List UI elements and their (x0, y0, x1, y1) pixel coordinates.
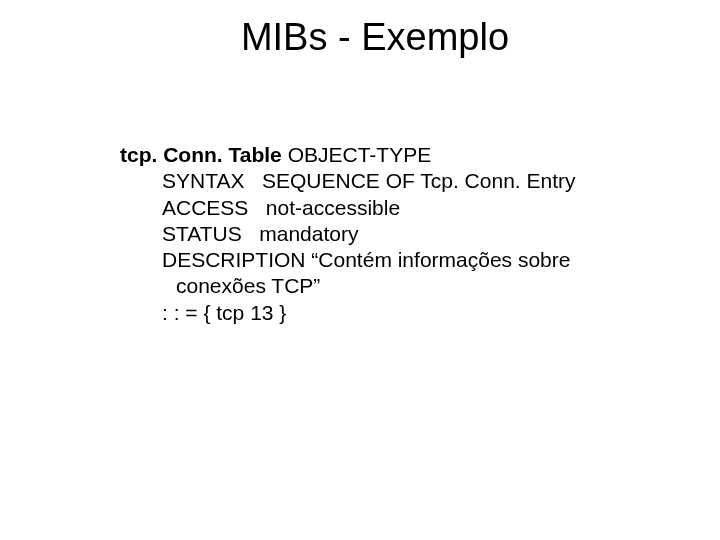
mib-definition-block: tcp. Conn. Table OBJECT-TYPE SYNTAX SEQU… (120, 142, 640, 326)
description-line-2: conexões TCP” (120, 273, 640, 299)
access-line: ACCESS not-accessible (120, 195, 640, 221)
object-keyword: OBJECT-TYPE (288, 143, 432, 166)
object-name: tcp. Conn. Table (120, 143, 288, 166)
object-header-line: tcp. Conn. Table OBJECT-TYPE (120, 142, 640, 168)
description-line-1: DESCRIPTION “Contém informações sobre (120, 247, 640, 273)
assignment-line: : : = { tcp 13 } (120, 300, 640, 326)
syntax-line: SYNTAX SEQUENCE OF Tcp. Conn. Entry (120, 168, 640, 194)
slide-title: MIBs - Exemplo (0, 16, 720, 59)
status-line: STATUS mandatory (120, 221, 640, 247)
